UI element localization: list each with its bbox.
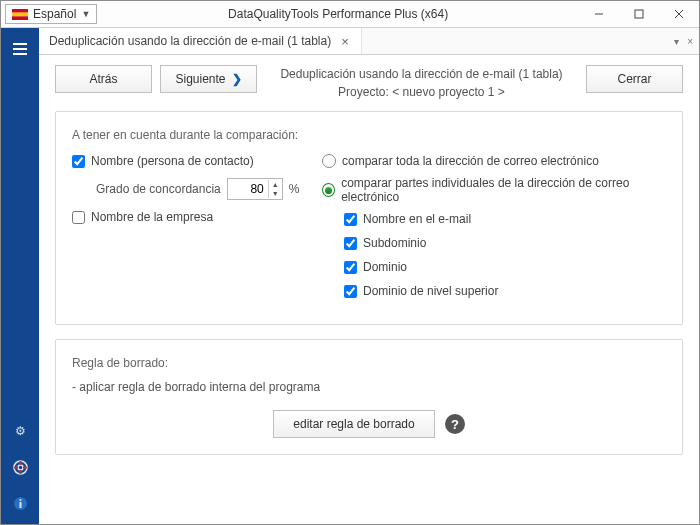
- wizard-title: Deduplicación usando la dirección de e-m…: [265, 65, 578, 101]
- svg-point-17: [19, 498, 21, 500]
- comparison-section-title: A tener en cuenta durante la comparación…: [72, 128, 666, 142]
- info-button[interactable]: [1, 488, 39, 518]
- project-label: Proyecto: < nuevo proyecto 1 >: [265, 83, 578, 101]
- delete-rule-desc: - aplicar regla de borrado interna del p…: [72, 380, 666, 394]
- menu-button[interactable]: [1, 34, 39, 64]
- language-selector[interactable]: Español ▼: [5, 4, 97, 24]
- page: Atrás Siguiente ❯ Deduplicación usando l…: [39, 55, 699, 524]
- tab-close-icon[interactable]: ×: [339, 34, 351, 49]
- radio-compare-parts[interactable]: comparar partes individuales de la direc…: [322, 176, 666, 204]
- edit-delete-rule-button[interactable]: editar regla de borrado: [273, 410, 435, 438]
- comparison-panel: A tener en cuenta durante la comparación…: [55, 111, 683, 325]
- delete-rule-title: Regla de borrado:: [72, 356, 666, 370]
- checkbox-contact-name[interactable]: Nombre (persona de contacto): [72, 154, 302, 168]
- radio-icon: [322, 154, 336, 168]
- hamburger-icon: [12, 42, 28, 56]
- next-button[interactable]: Siguiente ❯: [160, 65, 257, 93]
- checkbox-part-tld[interactable]: Dominio de nivel superior: [344, 284, 666, 298]
- tab-close-all-button[interactable]: ×: [687, 36, 693, 47]
- content-area: Deduplicación usando la dirección de e-m…: [39, 28, 699, 524]
- app-title: DataQualityTools Performance Plus (x64): [97, 7, 579, 21]
- tabbar: Deduplicación usando la dirección de e-m…: [39, 28, 699, 55]
- back-button[interactable]: Atrás: [55, 65, 152, 93]
- svg-rect-0: [12, 9, 28, 13]
- svg-rect-2: [12, 16, 28, 20]
- flag-icon: [12, 9, 28, 20]
- chevron-down-icon: ▼: [81, 9, 90, 19]
- svg-rect-1: [12, 12, 28, 16]
- gear-icon: ⚙: [15, 424, 26, 438]
- concordance-unit: %: [289, 182, 300, 196]
- info-icon: [13, 496, 28, 511]
- app-window: Español ▼ DataQualityTools Performance P…: [0, 0, 700, 525]
- window-controls: [579, 2, 699, 26]
- concordance-row: Grado de concordancia ▲▼ %: [96, 178, 302, 200]
- svg-rect-18: [19, 502, 21, 508]
- help-icon[interactable]: ?: [445, 414, 465, 434]
- concordance-spinner[interactable]: ▲▼: [227, 178, 283, 200]
- tab-dedup[interactable]: Deduplicación usando la dirección de e-m…: [39, 28, 362, 54]
- concordance-label: Grado de concordancia: [96, 182, 221, 196]
- page-title: Deduplicación usando la dirección de e-m…: [265, 65, 578, 83]
- tab-menu-button[interactable]: ▾: [674, 36, 679, 47]
- delete-rule-panel: Regla de borrado: - aplicar regla de bor…: [55, 339, 683, 455]
- svg-rect-4: [635, 10, 643, 18]
- concordance-input[interactable]: [228, 182, 268, 196]
- language-label: Español: [33, 7, 76, 21]
- checkbox-company-name[interactable]: Nombre de la empresa: [72, 210, 302, 224]
- spin-up-icon[interactable]: ▲: [269, 180, 282, 189]
- radio-selected-icon: [322, 183, 335, 197]
- checkbox-contact-name-input[interactable]: [72, 155, 85, 168]
- wizard-header: Atrás Siguiente ❯ Deduplicación usando l…: [49, 61, 689, 111]
- tab-label: Deduplicación usando la dirección de e-m…: [49, 34, 331, 48]
- help-button[interactable]: [1, 452, 39, 482]
- checkbox-part-name[interactable]: Nombre en el e-mail: [344, 212, 666, 226]
- sidebar: ⚙: [1, 28, 39, 524]
- minimize-button[interactable]: [579, 2, 619, 26]
- checkbox-part-domain[interactable]: Dominio: [344, 260, 666, 274]
- checkbox-part-subdomain[interactable]: Subdominio: [344, 236, 666, 250]
- maximize-button[interactable]: [619, 2, 659, 26]
- chevron-right-icon: ❯: [232, 72, 242, 86]
- radio-compare-full[interactable]: comparar toda la dirección de correo ele…: [322, 154, 666, 168]
- checkbox-company-name-input[interactable]: [72, 211, 85, 224]
- lifebuoy-icon: [13, 460, 28, 475]
- close-button[interactable]: [659, 2, 699, 26]
- settings-button[interactable]: ⚙: [1, 416, 39, 446]
- svg-point-11: [18, 465, 23, 470]
- close-wizard-button[interactable]: Cerrar: [586, 65, 683, 93]
- spin-down-icon[interactable]: ▼: [269, 189, 282, 198]
- titlebar: Español ▼ DataQualityTools Performance P…: [1, 1, 699, 28]
